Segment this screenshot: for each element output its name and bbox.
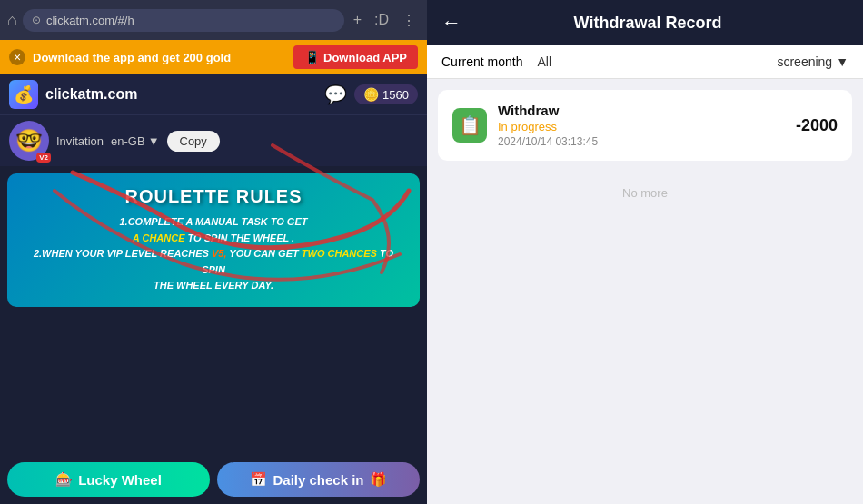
phone-icon: 📱 bbox=[304, 50, 320, 64]
transaction-info: Withdraw In progress 2024/10/14 03:13:45 bbox=[498, 103, 785, 148]
avatar: 🤓 V2 bbox=[9, 121, 49, 161]
browser-panel: ⌂ ⊙ clickatm.com/#/h + :D ⋮ × Download t… bbox=[0, 0, 427, 504]
transaction-amount: -2000 bbox=[796, 116, 838, 135]
transaction-icon: 📋 bbox=[452, 108, 487, 143]
screening-dropdown[interactable]: screening ▼ bbox=[777, 54, 848, 69]
chevron-down-icon: ▼ bbox=[148, 134, 160, 148]
coin-icon: 🪙 bbox=[363, 87, 379, 102]
current-month-filter[interactable]: Current month bbox=[441, 54, 522, 69]
lang-label: en-GB bbox=[111, 134, 145, 148]
language-button[interactable]: en-GB ▼ bbox=[111, 134, 159, 148]
user-row: 🤓 V2 Invitation en-GB ▼ Copy bbox=[0, 114, 427, 166]
daily-checkin-button[interactable]: 📅 Daily check in 🎁 bbox=[217, 462, 420, 497]
roulette-banner: ROULETTE RULES 1.COMPLETE A MANUAL TASK … bbox=[7, 173, 420, 307]
dropdown-arrow-icon: ▼ bbox=[836, 54, 848, 69]
filter-row: Current month All screening ▼ bbox=[427, 45, 863, 79]
banner-close-button[interactable]: × bbox=[9, 49, 25, 65]
back-button[interactable]: ← bbox=[441, 11, 461, 35]
lucky-wheel-button[interactable]: 🎰 Lucky Wheel bbox=[7, 462, 210, 497]
transaction-status: In progress bbox=[498, 120, 785, 133]
browser-chrome: ⌂ ⊙ clickatm.com/#/h + :D ⋮ bbox=[0, 0, 427, 40]
site-logo: 💰 bbox=[9, 80, 38, 109]
roulette-rule2: 2.WHEN YOUR VIP LEVEL REACHES V5, YOU CA… bbox=[22, 246, 405, 278]
daily-checkin-label: Daily check in bbox=[273, 472, 363, 488]
roulette-rule3: THE WHEEL EVERY DAY. bbox=[22, 278, 405, 294]
chat-icon[interactable]: 💬 bbox=[324, 84, 347, 105]
download-app-button[interactable]: 📱 Download APP bbox=[293, 45, 418, 69]
no-more-label: No more bbox=[438, 168, 852, 218]
bottom-buttons: 🎰 Lucky Wheel 📅 Daily check in 🎁 bbox=[0, 455, 427, 504]
new-tab-button[interactable]: + bbox=[350, 12, 365, 28]
roulette-title: ROULETTE RULES bbox=[22, 186, 405, 207]
site-name: clickatm.com bbox=[45, 86, 317, 103]
copy-button[interactable]: Copy bbox=[167, 131, 220, 152]
panel-header: ← Withdrawal Record bbox=[427, 0, 863, 45]
withdrawal-panel: ← Withdrawal Record Current month All sc… bbox=[427, 0, 863, 504]
transaction-card: 📋 Withdraw In progress 2024/10/14 03:13:… bbox=[438, 90, 852, 161]
invitation-text: Invitation bbox=[56, 134, 104, 148]
banner-text: Download the app and get 200 gold bbox=[33, 51, 293, 64]
lucky-wheel-icon: 🎰 bbox=[55, 471, 73, 488]
menu-button[interactable]: ⋮ bbox=[398, 12, 420, 29]
site-header: 💰 clickatm.com 💬 🪙 1560 bbox=[0, 74, 427, 114]
all-filter[interactable]: All bbox=[537, 54, 551, 69]
checkin-icon: 📅 bbox=[250, 471, 267, 488]
gold-amount: 1560 bbox=[382, 88, 409, 102]
download-button-label: Download APP bbox=[323, 51, 407, 64]
gold-display: 🪙 1560 bbox=[354, 84, 418, 104]
address-text: clickatm.com/#/h bbox=[46, 14, 134, 27]
lucky-wheel-label: Lucky Wheel bbox=[78, 472, 162, 488]
address-bar[interactable]: ⊙ clickatm.com/#/h bbox=[23, 9, 344, 32]
transaction-date: 2024/10/14 03:13:45 bbox=[498, 135, 785, 148]
screening-label: screening bbox=[777, 54, 832, 69]
roulette-rule1: 1.COMPLETE A MANUAL TASK TO GET A CHANCE… bbox=[22, 214, 405, 246]
checkin-reward-icon: 🎁 bbox=[370, 471, 387, 488]
transactions-list: 📋 Withdraw In progress 2024/10/14 03:13:… bbox=[427, 79, 863, 504]
emoji-button[interactable]: :D bbox=[371, 12, 392, 28]
panel-title: Withdrawal Record bbox=[476, 14, 819, 33]
site-icon: ⊙ bbox=[32, 14, 41, 26]
avatar-badge: V2 bbox=[36, 153, 51, 163]
download-banner: × Download the app and get 200 gold 📱 Do… bbox=[0, 40, 427, 74]
home-icon[interactable]: ⌂ bbox=[7, 11, 17, 30]
transaction-title: Withdraw bbox=[498, 103, 785, 118]
